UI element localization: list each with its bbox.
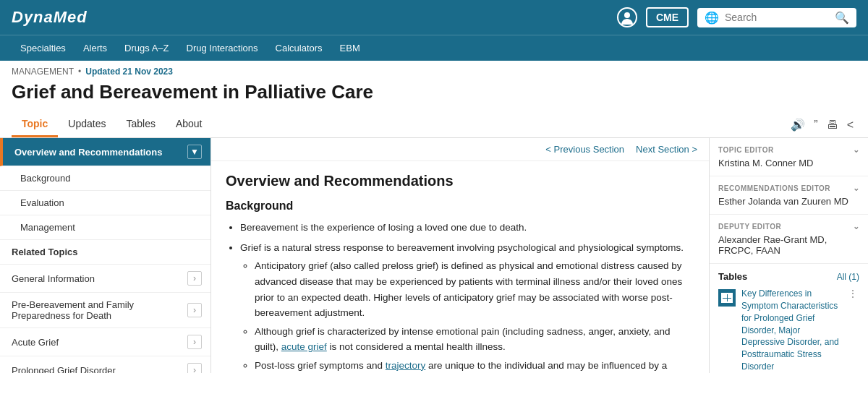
nav-alerts[interactable]: Alerts [75, 35, 116, 61]
content-area: < Previous Section Next Section > Overvi… [211, 138, 709, 373]
table-item: Key Differences in Symptom Characteristi… [718, 288, 859, 373]
topic-editor-label: TOPIC EDITOR [718, 146, 774, 154]
acute-grief-link[interactable]: acute grief [281, 341, 327, 352]
sidebar-item-evaluation[interactable]: Evaluation [0, 191, 210, 215]
tables-header: Tables All (1) [718, 271, 859, 282]
sidebar-section-related-topics[interactable]: Related Topics [0, 240, 210, 265]
main-layout: Overview and Recommendations ▼ Backgroun… [0, 138, 868, 373]
next-section-link[interactable]: Next Section > [636, 144, 697, 155]
breadcrumb-category: MANAGEMENT [12, 67, 74, 77]
deputy-editor-section: DEPUTY EDITOR ⌄ Alexander Rae-Grant MD, … [710, 215, 868, 264]
search-bar: 🌐 🔍 [697, 8, 856, 27]
main-bullet-list: Bereavement is the experience of losing … [226, 220, 694, 373]
sub-bullet-anticipatory: Anticipatory grief (also called preloss … [255, 258, 694, 320]
nav-drugs-az[interactable]: Drugs A–Z [116, 35, 177, 61]
prev-section-link[interactable]: < Previous Section [545, 144, 624, 155]
sub-bullet-acute: Although grief is characterized by inten… [255, 324, 694, 355]
deputy-editor-name: Alexander Rae-Grant MD, FRCPC, FAAN [718, 234, 859, 256]
tables-all-link[interactable]: All (1) [837, 272, 859, 282]
deputy-editor-label: DEPUTY EDITOR [718, 223, 781, 231]
tab-updates[interactable]: Updates [58, 112, 116, 137]
right-panel: TOPIC EDITOR ⌄ Kristina M. Conner MD REC… [709, 138, 868, 373]
sidebar-item-management[interactable]: Management [0, 215, 210, 240]
deputy-editor-chevron-icon[interactable]: ⌄ [853, 222, 860, 231]
bullet-bereavement: Bereavement is the experience of losing … [240, 220, 694, 236]
svg-point-1 [624, 12, 630, 18]
table-icon [718, 289, 736, 307]
header: DynaMed CME 🌐 🔍 [0, 0, 868, 35]
page-title: Grief and Bereavement in Palliative Care [0, 78, 868, 112]
sidebar-item-background[interactable]: Background [0, 166, 210, 191]
sub-bullet-list: Anticipatory grief (also called preloss … [240, 258, 694, 373]
cme-button[interactable]: CME [646, 7, 689, 27]
nav-calculators[interactable]: Calculators [267, 35, 331, 61]
tab-icons: 🔊 ” 🖶 < [791, 118, 856, 132]
content-navigation: < Previous Section Next Section > [211, 138, 709, 161]
logo: DynaMed [12, 8, 88, 27]
sidebar: Overview and Recommendations ▼ Backgroun… [0, 138, 211, 373]
recommendations-editor-chevron-icon[interactable]: ⌄ [853, 184, 860, 193]
prolonged-grief-arrow-icon: › [187, 363, 202, 373]
sub-bullet-trajectory: Post-loss grief symptoms and trajectory … [255, 358, 694, 373]
nav-ebm[interactable]: EBM [331, 35, 369, 61]
recommendations-editor-section: RECOMMENDATIONS EDITOR ⌄ Esther Jolanda … [710, 176, 868, 215]
bullet-grief: Grief is a natural stress response to be… [240, 240, 694, 373]
tables-title: Tables [718, 271, 747, 282]
tab-topic[interactable]: Topic [12, 112, 58, 137]
table-link[interactable]: Key Differences in Symptom Characteristi… [741, 288, 841, 373]
sidebar-item-overview[interactable]: Overview and Recommendations ▼ [0, 138, 210, 166]
sidebar-item-pre-bereavement[interactable]: Pre-Bereavement and Family Preparedness … [0, 293, 210, 328]
recommendations-editor-label: RECOMMENDATIONS EDITOR [718, 184, 830, 192]
section-title: Overview and Recommendations [226, 173, 694, 189]
sidebar-item-general-info[interactable]: General Information › [0, 265, 210, 293]
nav-bar: Specialties Alerts Drugs A–Z Drug Intera… [0, 35, 868, 61]
globe-icon: 🌐 [705, 11, 719, 25]
print-icon-button[interactable]: 🖶 [827, 119, 838, 132]
recommendations-editor-name: Esther Jolanda van Zuuren MD [718, 196, 859, 207]
nav-drug-interactions[interactable]: Drug Interactions [178, 35, 267, 61]
table-icon-inner [721, 293, 733, 303]
search-icon: 🔍 [835, 11, 849, 25]
audio-icon-button[interactable]: 🔊 [791, 118, 805, 132]
topic-editor-name: Kristina M. Conner MD [718, 158, 859, 168]
topic-editor-section: TOPIC EDITOR ⌄ Kristina M. Conner MD [710, 138, 868, 176]
general-info-arrow-icon: › [187, 271, 202, 286]
acute-grief-arrow-icon: › [187, 335, 202, 349]
user-icon-button[interactable] [617, 7, 637, 27]
overview-arrow-icon: ▼ [187, 145, 202, 159]
pre-bereavement-arrow-icon: › [187, 303, 202, 317]
sidebar-item-acute-grief[interactable]: Acute Grief › [0, 328, 210, 356]
quote-icon-button[interactable]: ” [814, 119, 817, 132]
breadcrumb-separator: • [78, 67, 81, 77]
table-menu-button[interactable]: ⋮ [846, 288, 859, 299]
tab-bar: Topic Updates Tables About 🔊 ” 🖶 < [0, 112, 868, 138]
sidebar-item-prolonged-grief[interactable]: Prolonged Grief Disorder › [0, 356, 210, 373]
share-icon-button[interactable]: < [847, 119, 854, 132]
subsection-title: Background [226, 200, 694, 213]
topic-editor-chevron-icon[interactable]: ⌄ [853, 145, 860, 155]
search-input[interactable] [725, 12, 829, 23]
nav-specialties[interactable]: Specialties [12, 35, 75, 61]
tab-tables[interactable]: Tables [116, 112, 165, 137]
trajectory-link[interactable]: trajectory [386, 360, 426, 371]
tab-about[interactable]: About [166, 112, 213, 137]
content-body: Overview and Recommendations Background … [211, 161, 709, 373]
breadcrumb-updated: Updated 21 Nov 2023 [85, 67, 173, 77]
tables-section: Tables All (1) Key Differences in Sympto… [710, 264, 868, 373]
breadcrumb: MANAGEMENT • Updated 21 Nov 2023 [0, 61, 868, 78]
